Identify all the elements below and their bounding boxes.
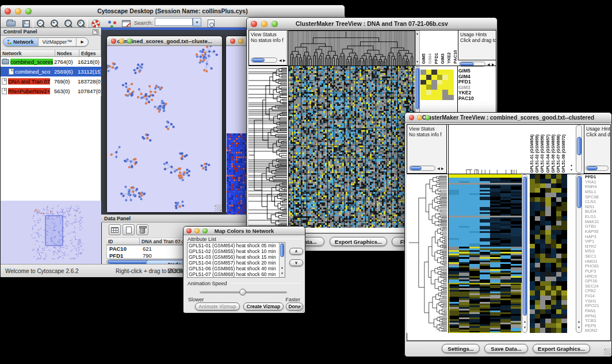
search-dropdown-button[interactable]: ▼ <box>193 18 201 26</box>
data-row-value[interactable]: 621 <box>143 246 152 252</box>
zoom-heatmap-cell[interactable] <box>442 70 448 75</box>
tv1-zoom-heatmap[interactable] <box>420 70 454 100</box>
attribute-list-item[interactable]: GPL51-07 (GSM868) heat shock 60 min <box>188 271 285 277</box>
tv2-status-hscrollbar[interactable] <box>409 166 435 171</box>
scroll-up-arrow-icon[interactable]: ▲ <box>523 320 526 323</box>
delete-attribute-icon[interactable] <box>136 224 148 235</box>
resize-grip[interactable] <box>215 205 221 212</box>
zoom-heatmap-cell[interactable] <box>426 85 432 90</box>
zoom-heatmap-cell[interactable] <box>420 90 426 95</box>
network-list-row[interactable]: combined_scores2764(0)16218(0) <box>1 57 101 67</box>
zoom-heatmap-cell[interactable] <box>442 80 448 85</box>
tv2-top-vscrollbar[interactable] <box>576 125 582 173</box>
scroll-down-arrow-icon[interactable]: ▼ <box>570 168 573 171</box>
close-button[interactable] <box>186 228 192 233</box>
tab-overflow-arrow[interactable]: ▶ <box>76 38 87 46</box>
zoom-heatmap-cell[interactable] <box>448 95 454 100</box>
export-graphics-button[interactable]: Export Graphics... <box>533 344 590 353</box>
attribute-list-item[interactable]: GPL51-03 (GSM856) heat shock 15 min <box>188 254 285 260</box>
zoom-heatmap-cell[interactable] <box>426 95 432 100</box>
scrollbar-thumb[interactable] <box>577 137 582 155</box>
data-row-id[interactable]: PAC10 <box>109 246 127 252</box>
tv2-hints-hscrollbar[interactable] <box>586 166 609 171</box>
tv1-top-scroll-strip[interactable]: ▲ ▼ <box>415 30 420 65</box>
minimize-button[interactable] <box>119 39 124 44</box>
attribute-list[interactable]: GPL51-01 (GSM854) heat shock 05 minGPL51… <box>187 242 285 278</box>
float-panel-icon[interactable] <box>93 29 98 35</box>
zoom-heatmap-cell[interactable] <box>431 70 437 75</box>
treeview1-title-bar[interactable]: ClusterMaker TreeView : DNA and Tran 07-… <box>247 18 497 29</box>
zoom-button[interactable] <box>425 115 430 120</box>
gene-label[interactable]: MON2 <box>585 328 611 334</box>
zoom-heatmap-cell[interactable] <box>431 85 437 90</box>
zoom-heatmap-cell[interactable] <box>437 70 443 75</box>
scrollbar-thumb[interactable] <box>523 177 527 316</box>
zoom-heatmap-cell[interactable] <box>426 90 432 95</box>
search-input[interactable] <box>155 18 193 26</box>
close-button[interactable] <box>111 39 116 44</box>
zoom-heatmap-cell[interactable] <box>420 80 426 85</box>
zoom-heatmap-cell[interactable] <box>442 90 448 95</box>
gene-row-label[interactable]: PAC10 <box>458 96 474 102</box>
resize-grip[interactable] <box>604 348 611 355</box>
zoom-heatmap-cell[interactable] <box>442 75 448 80</box>
zoom-button[interactable] <box>25 8 32 14</box>
zoom-heatmap-cell[interactable] <box>431 80 437 85</box>
scroll-down-arrow-icon[interactable]: ▼ <box>523 325 526 329</box>
zoom-heatmap-cell[interactable] <box>420 95 426 100</box>
network-view-title-bar[interactable]: combined_scores_good.txt--cluste... <box>107 36 222 46</box>
scroll-left-arrow-icon[interactable]: ◀ <box>279 59 282 62</box>
scrollbar-thumb[interactable] <box>587 166 598 170</box>
zoom-heatmap-cell[interactable] <box>442 95 448 100</box>
tv1-status-hscrollbar[interactable] <box>251 58 277 63</box>
data-row-value[interactable]: 790 <box>143 252 152 259</box>
zoom-heatmap-cell[interactable] <box>448 75 454 80</box>
zoom-heatmap-cell[interactable] <box>437 80 443 85</box>
save-data-button[interactable]: Save Data... <box>484 344 528 353</box>
scrollbar-thumb[interactable] <box>416 68 419 109</box>
zoom-heatmap-cell[interactable] <box>437 85 443 90</box>
attribute-list-vscrollbar[interactable]: ▲ ▼ <box>279 243 285 277</box>
scrollbar-thumb[interactable] <box>577 176 582 208</box>
tv2-genes-vscrollbar[interactable]: ▲ ▼ <box>576 174 582 333</box>
zoom-heatmap-cell[interactable] <box>448 80 454 85</box>
resize-grip[interactable] <box>297 305 304 312</box>
scroll-down-arrow-icon[interactable]: ▼ <box>281 271 284 275</box>
minimize-button[interactable] <box>417 115 422 120</box>
tv2-gene-dendrogram[interactable] <box>407 174 447 333</box>
speed-slider-thumb[interactable] <box>239 289 246 296</box>
move-attribute-up-button[interactable]: ∧ <box>289 248 303 255</box>
network-list-row[interactable]: DNA and Tran 07769(0)183728(0) <box>1 76 101 86</box>
close-button[interactable] <box>251 21 257 27</box>
zoom-heatmap-cell[interactable] <box>437 95 443 100</box>
zoom-heatmap-cell[interactable] <box>420 70 426 75</box>
zoom-heatmap-cell[interactable] <box>420 85 426 90</box>
scroll-up-arrow-icon[interactable]: ▲ <box>281 266 284 269</box>
new-attribute-icon[interactable] <box>123 224 135 235</box>
data-row-id[interactable]: PFD1 <box>109 252 123 259</box>
scrollbar-thumb[interactable] <box>280 243 284 257</box>
export-graphics-button[interactable]: Export Graphics... <box>330 237 387 246</box>
attribute-select-icon[interactable] <box>109 224 121 235</box>
close-button[interactable] <box>5 8 11 14</box>
zoom-heatmap-cell[interactable] <box>448 85 454 90</box>
dialog-title-bar[interactable]: Map Colors to Network <box>183 227 305 235</box>
network-list-row[interactable]: combined_sco2569(6)13112(15) <box>1 67 101 76</box>
attribute-list-item[interactable]: GPL51-02 (GSM855) heat shock 10 min <box>188 248 285 254</box>
zoom-button[interactable] <box>127 39 132 44</box>
tab-network[interactable]: Network <box>3 38 39 46</box>
close-button[interactable] <box>230 39 235 44</box>
network-list-row[interactable]: RNAPuberNov2+563(0)107847(0) <box>1 86 101 96</box>
settings-button[interactable]: Settings... <box>442 344 480 353</box>
zoom-button[interactable] <box>271 21 278 27</box>
network-canvas[interactable] <box>107 46 222 212</box>
tv2-heatmap[interactable] <box>448 174 522 333</box>
minimize-button[interactable] <box>238 39 243 44</box>
zoom-button[interactable] <box>202 228 208 233</box>
tv1-gene-dendrogram[interactable] <box>248 66 287 228</box>
zoom-heatmap-cell[interactable] <box>431 90 437 95</box>
zoom-heatmap-cell[interactable] <box>437 75 443 80</box>
tv2-column-tree-area[interactable] <box>448 125 522 174</box>
attribute-list-item[interactable]: GPL51-06 (GSM865) heat shock 40 min <box>188 266 285 271</box>
tv2-vscrollbar[interactable]: ▲ ▼ <box>522 174 527 333</box>
